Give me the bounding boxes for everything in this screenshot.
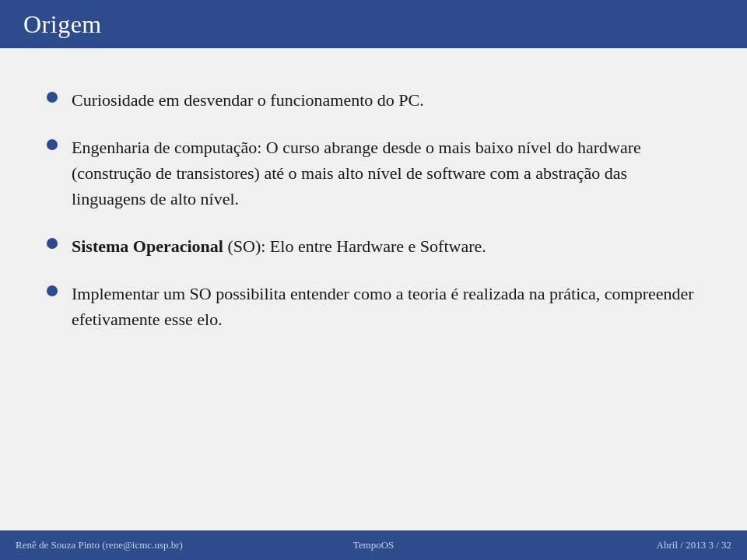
- slide-header: Origem: [0, 0, 747, 48]
- bullet-item-3: Sistema Operacional (SO): Elo entre Hard…: [47, 233, 700, 259]
- bullet-item-4: Implementar um SO possibilita entender c…: [47, 281, 700, 332]
- bullet-text-4: Implementar um SO possibilita entender c…: [72, 281, 700, 332]
- bullet-text-1: Curiosidade em desvendar o funcionamento…: [72, 87, 424, 113]
- bullet-item-1: Curiosidade em desvendar o funcionamento…: [47, 87, 700, 113]
- slide-content: Curiosidade em desvendar o funcionamento…: [0, 48, 747, 530]
- bullet-item-2: Engenharia de computação: O curso abrang…: [47, 135, 700, 212]
- slide-title: Origem: [23, 10, 102, 39]
- bullet-dot-4: [47, 285, 58, 296]
- footer-author: Renê de Souza Pinto (rene@icmc.usp.br): [16, 539, 254, 551]
- bullet-dot-3: [47, 238, 58, 249]
- bullet-dot-2: [47, 139, 58, 150]
- bullet-text-3: Sistema Operacional (SO): Elo entre Hard…: [72, 233, 486, 259]
- slide-footer: Renê de Souza Pinto (rene@icmc.usp.br) T…: [0, 530, 747, 560]
- bullet-dot-1: [47, 92, 58, 103]
- footer-page: Abril / 2013 3 / 32: [493, 539, 731, 551]
- bullet-text-2: Engenharia de computação: O curso abrang…: [72, 135, 700, 212]
- footer-title: TempoOS: [254, 539, 493, 551]
- slide: Origem Curiosidade em desvendar o funcio…: [0, 0, 747, 560]
